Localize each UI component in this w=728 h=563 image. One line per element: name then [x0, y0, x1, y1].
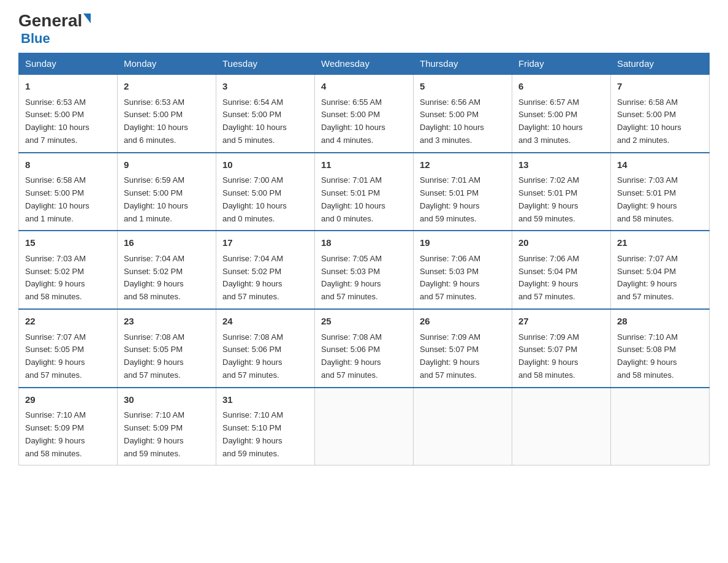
- calendar-week-row: 8Sunrise: 6:58 AMSunset: 5:00 PMDaylight…: [19, 153, 710, 231]
- day-number: 29: [25, 393, 111, 407]
- calendar-cell: 12Sunrise: 7:01 AMSunset: 5:01 PMDayligh…: [414, 153, 512, 231]
- day-info: Sunrise: 6:58 AMSunset: 5:00 PMDaylight:…: [25, 174, 111, 225]
- calendar-cell: 2Sunrise: 6:53 AMSunset: 5:00 PMDaylight…: [118, 74, 216, 153]
- day-number: 30: [124, 393, 210, 407]
- day-number: 21: [617, 236, 703, 250]
- day-info: Sunrise: 7:10 AMSunset: 5:10 PMDaylight:…: [222, 409, 308, 460]
- day-info: Sunrise: 7:04 AMSunset: 5:02 PMDaylight:…: [222, 253, 308, 304]
- calendar-cell: 14Sunrise: 7:03 AMSunset: 5:01 PMDayligh…: [611, 153, 710, 231]
- day-number: 20: [518, 236, 604, 250]
- calendar-cell: 6Sunrise: 6:57 AMSunset: 5:00 PMDaylight…: [512, 74, 611, 153]
- calendar-cell: 7Sunrise: 6:58 AMSunset: 5:00 PMDaylight…: [611, 74, 710, 153]
- day-number: 1: [25, 80, 111, 94]
- calendar-cell: 3Sunrise: 6:54 AMSunset: 5:00 PMDaylight…: [216, 74, 315, 153]
- day-info: Sunrise: 7:01 AMSunset: 5:01 PMDaylight:…: [321, 174, 407, 225]
- logo-blue: Blue: [21, 31, 50, 47]
- day-number: 2: [124, 80, 210, 94]
- calendar-day-header: Saturday: [611, 53, 710, 75]
- calendar-cell: 23Sunrise: 7:08 AMSunset: 5:05 PMDayligh…: [118, 309, 216, 388]
- day-info: Sunrise: 6:58 AMSunset: 5:00 PMDaylight:…: [617, 96, 703, 147]
- calendar-cell: [414, 388, 512, 465]
- day-number: 19: [420, 236, 506, 250]
- calendar-cell: 22Sunrise: 7:07 AMSunset: 5:05 PMDayligh…: [19, 309, 118, 388]
- day-number: 13: [518, 158, 604, 172]
- day-info: Sunrise: 7:08 AMSunset: 5:05 PMDaylight:…: [124, 331, 210, 382]
- day-number: 11: [321, 158, 407, 172]
- day-info: Sunrise: 7:02 AMSunset: 5:01 PMDaylight:…: [518, 174, 604, 225]
- calendar-cell: 17Sunrise: 7:04 AMSunset: 5:02 PMDayligh…: [216, 231, 315, 309]
- calendar-day-header: Tuesday: [216, 53, 315, 75]
- calendar-cell: 25Sunrise: 7:08 AMSunset: 5:06 PMDayligh…: [315, 309, 414, 388]
- day-number: 5: [420, 80, 506, 94]
- calendar-cell: 28Sunrise: 7:10 AMSunset: 5:08 PMDayligh…: [611, 309, 710, 388]
- day-info: Sunrise: 7:01 AMSunset: 5:01 PMDaylight:…: [420, 174, 506, 225]
- day-number: 12: [420, 158, 506, 172]
- day-number: 28: [617, 315, 703, 329]
- day-number: 17: [222, 236, 308, 250]
- calendar-cell: 4Sunrise: 6:55 AMSunset: 5:00 PMDaylight…: [315, 74, 414, 153]
- day-number: 31: [222, 393, 308, 407]
- day-number: 6: [518, 80, 604, 94]
- day-info: Sunrise: 6:55 AMSunset: 5:00 PMDaylight:…: [321, 96, 407, 147]
- calendar-cell: 20Sunrise: 7:06 AMSunset: 5:04 PMDayligh…: [512, 231, 611, 309]
- day-info: Sunrise: 6:57 AMSunset: 5:00 PMDaylight:…: [518, 96, 604, 147]
- calendar-cell: 27Sunrise: 7:09 AMSunset: 5:07 PMDayligh…: [512, 309, 611, 388]
- calendar-cell: 29Sunrise: 7:10 AMSunset: 5:09 PMDayligh…: [19, 388, 118, 465]
- day-info: Sunrise: 7:10 AMSunset: 5:09 PMDaylight:…: [124, 409, 210, 460]
- calendar-cell: 5Sunrise: 6:56 AMSunset: 5:00 PMDaylight…: [414, 74, 512, 153]
- day-info: Sunrise: 6:56 AMSunset: 5:00 PMDaylight:…: [420, 96, 506, 147]
- day-info: Sunrise: 7:09 AMSunset: 5:07 PMDaylight:…: [518, 331, 604, 382]
- calendar-cell: 8Sunrise: 6:58 AMSunset: 5:00 PMDaylight…: [19, 153, 118, 231]
- day-number: 26: [420, 315, 506, 329]
- day-info: Sunrise: 7:03 AMSunset: 5:01 PMDaylight:…: [617, 174, 703, 225]
- calendar-day-header: Sunday: [19, 53, 118, 75]
- day-number: 25: [321, 315, 407, 329]
- calendar-cell: [315, 388, 414, 465]
- calendar-cell: 24Sunrise: 7:08 AMSunset: 5:06 PMDayligh…: [216, 309, 315, 388]
- calendar-cell: 9Sunrise: 6:59 AMSunset: 5:00 PMDaylight…: [118, 153, 216, 231]
- day-number: 22: [25, 315, 111, 329]
- page-header: General Blue: [18, 12, 710, 47]
- calendar-cell: 11Sunrise: 7:01 AMSunset: 5:01 PMDayligh…: [315, 153, 414, 231]
- calendar-cell: [611, 388, 710, 465]
- day-number: 18: [321, 236, 407, 250]
- day-number: 15: [25, 236, 111, 250]
- calendar-cell: 16Sunrise: 7:04 AMSunset: 5:02 PMDayligh…: [118, 231, 216, 309]
- calendar-cell: 19Sunrise: 7:06 AMSunset: 5:03 PMDayligh…: [414, 231, 512, 309]
- day-info: Sunrise: 6:53 AMSunset: 5:00 PMDaylight:…: [25, 96, 111, 147]
- calendar-table: SundayMondayTuesdayWednesdayThursdayFrid…: [18, 53, 710, 465]
- calendar-cell: 1Sunrise: 6:53 AMSunset: 5:00 PMDaylight…: [19, 74, 118, 153]
- day-number: 7: [617, 80, 703, 94]
- day-number: 16: [124, 236, 210, 250]
- calendar-week-row: 22Sunrise: 7:07 AMSunset: 5:05 PMDayligh…: [19, 309, 710, 388]
- logo: General Blue: [18, 12, 91, 47]
- day-info: Sunrise: 6:59 AMSunset: 5:00 PMDaylight:…: [124, 174, 210, 225]
- day-info: Sunrise: 7:06 AMSunset: 5:03 PMDaylight:…: [420, 253, 506, 304]
- day-number: 8: [25, 158, 111, 172]
- day-info: Sunrise: 7:04 AMSunset: 5:02 PMDaylight:…: [124, 253, 210, 304]
- day-number: 14: [617, 158, 703, 172]
- calendar-cell: 15Sunrise: 7:03 AMSunset: 5:02 PMDayligh…: [19, 231, 118, 309]
- day-info: Sunrise: 7:05 AMSunset: 5:03 PMDaylight:…: [321, 253, 407, 304]
- calendar-week-row: 1Sunrise: 6:53 AMSunset: 5:00 PMDaylight…: [19, 74, 710, 153]
- calendar-week-row: 15Sunrise: 7:03 AMSunset: 5:02 PMDayligh…: [19, 231, 710, 309]
- calendar-header-row: SundayMondayTuesdayWednesdayThursdayFrid…: [19, 53, 710, 75]
- calendar-cell: 26Sunrise: 7:09 AMSunset: 5:07 PMDayligh…: [414, 309, 512, 388]
- calendar-day-header: Friday: [512, 53, 611, 75]
- calendar-cell: 21Sunrise: 7:07 AMSunset: 5:04 PMDayligh…: [611, 231, 710, 309]
- day-info: Sunrise: 7:03 AMSunset: 5:02 PMDaylight:…: [25, 253, 111, 304]
- day-info: Sunrise: 7:10 AMSunset: 5:09 PMDaylight:…: [25, 409, 111, 460]
- day-info: Sunrise: 7:07 AMSunset: 5:04 PMDaylight:…: [617, 253, 703, 304]
- day-number: 9: [124, 158, 210, 172]
- day-info: Sunrise: 7:07 AMSunset: 5:05 PMDaylight:…: [25, 331, 111, 382]
- calendar-cell: 18Sunrise: 7:05 AMSunset: 5:03 PMDayligh…: [315, 231, 414, 309]
- day-info: Sunrise: 7:08 AMSunset: 5:06 PMDaylight:…: [321, 331, 407, 382]
- day-info: Sunrise: 6:54 AMSunset: 5:00 PMDaylight:…: [222, 96, 308, 147]
- day-info: Sunrise: 7:10 AMSunset: 5:08 PMDaylight:…: [617, 331, 703, 382]
- day-info: Sunrise: 6:53 AMSunset: 5:00 PMDaylight:…: [124, 96, 210, 147]
- calendar-day-header: Thursday: [414, 53, 512, 75]
- calendar-day-header: Wednesday: [315, 53, 414, 75]
- calendar-day-header: Monday: [118, 53, 216, 75]
- calendar-cell: [512, 388, 611, 465]
- day-info: Sunrise: 7:08 AMSunset: 5:06 PMDaylight:…: [222, 331, 308, 382]
